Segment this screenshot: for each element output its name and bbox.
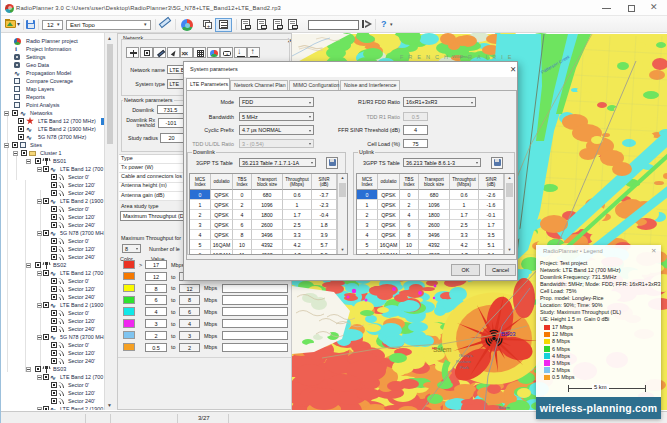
svg-text:BS03: BS03 bbox=[501, 331, 516, 337]
svg-text:Park: Park bbox=[460, 365, 470, 370]
svg-text:Rusty's: Rusty's bbox=[459, 353, 473, 358]
svg-text:Salem: Salem bbox=[498, 405, 511, 410]
svg-text:Salem: Salem bbox=[433, 346, 451, 353]
svg-text:Pasture: Pasture bbox=[456, 359, 471, 364]
svg-text:Williams: Williams bbox=[452, 54, 468, 59]
